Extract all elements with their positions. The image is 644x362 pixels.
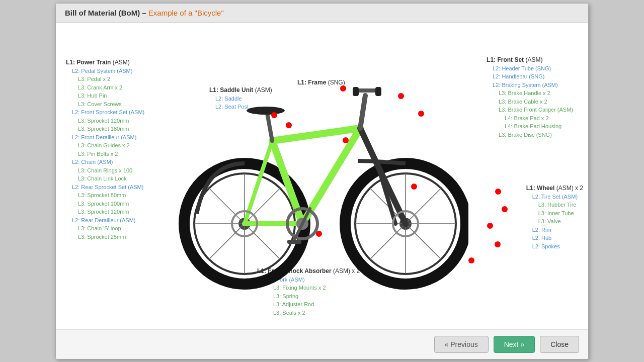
svg-line-10: [209, 224, 245, 259]
dot-saddle: [271, 112, 277, 118]
bom-l3-cover-screws: L3: Cover Screws: [66, 100, 144, 109]
bom-l3-pedal: L3: Pedal x 2: [66, 75, 144, 83]
bom-l2-spokes: L2: Spokes: [526, 242, 583, 251]
dot-wheel-lower: [487, 223, 493, 229]
dialog-title-black: Bill of Material (BoM) –: [65, 9, 148, 17]
bom-l1-power-train: L1: Power Train (ASM): [66, 58, 144, 67]
bom-l1-wheel: L1: Wheel (ASM) x 2: [526, 184, 583, 193]
bom-l3-sprocket-120: L3: Sprocket 120mm: [66, 117, 144, 125]
svg-line-24: [272, 141, 302, 224]
dot-frame-mid: [343, 137, 349, 143]
bom-container: L1: Power Train (ASM) L2: Pedal System (…: [61, 28, 583, 324]
dialog-body: L1: Power Train (ASM) L2: Pedal System (…: [56, 23, 588, 329]
bom-l2-rear-derailleur: L2: Rear Derailleur (ASM): [66, 216, 144, 225]
svg-point-35: [247, 107, 285, 115]
bom-l3-seals: L3: Seals x 2: [257, 309, 360, 317]
dot-wheel-hub: [502, 206, 508, 212]
svg-line-18: [406, 188, 441, 224]
next-button[interactable]: Next: [494, 336, 535, 353]
bom-l2-front-sprocket: L2: Front Sprocket Set (ASM): [66, 108, 144, 117]
bom-l3-brake-handle: L3: Brake Handle x 2: [487, 89, 573, 98]
bom-l2-handlebar: L2: Handlebar (SNG): [487, 72, 573, 81]
svg-line-21: [370, 224, 406, 259]
bom-l3-brake-front-caliper: L3: Brake Front Caliper (ASM): [487, 106, 573, 114]
bom-l3-valve: L3: Valve: [526, 217, 583, 226]
close-button[interactable]: Close: [540, 336, 579, 353]
bom-l3-sprocket-180: L3: Sprocket 180mm: [66, 125, 144, 133]
bom-l3-rubber-tire: L3: Rubber Tire: [526, 201, 583, 209]
svg-line-30: [360, 96, 365, 128]
bom-l2-header-tube: L2: Header Tube (SNG): [487, 64, 573, 73]
bom-l3-sprocket-25: L3: Sprocket 25mm: [66, 233, 144, 241]
bom-l4-brake-pad: L4: Brake Pad x 2: [487, 114, 573, 123]
bicycle-illustration: [167, 43, 468, 294]
bom-l1-front-set: L1: Front Set (ASM): [487, 55, 573, 64]
dot-seat-post: [286, 122, 292, 128]
previous-button[interactable]: Previous: [434, 336, 489, 353]
svg-line-19: [406, 224, 441, 259]
svg-rect-32: [353, 87, 359, 96]
bom-l2-rim: L2: Rim: [526, 226, 583, 234]
bom-front-set: L1: Front Set (ASM) L2: Header Tube (SNG…: [487, 55, 573, 139]
bom-l3-sprocket-80: L3: Sprocket 80mm: [66, 191, 144, 200]
svg-rect-33: [375, 87, 381, 96]
bom-l3-pin-bolts: L3: Pin Bolts x 2: [66, 150, 144, 158]
dot-wheel-mid: [495, 189, 501, 195]
dialog-header: Bill of Material (BoM) – Example of a "B…: [56, 4, 588, 23]
bom-l3-chain-link-lock: L3: Chain Link Lock: [66, 174, 144, 183]
bom-l3-inner-tube: L3: Inner Tube: [526, 209, 583, 218]
dot-wheel-bottom: [468, 257, 474, 263]
dialog: Bill of Material (BoM) – Example of a "B…: [55, 3, 589, 359]
dialog-title-green: Example of a "Bicycle": [148, 9, 224, 17]
bom-l2-front-derailleur: L2: Front Derailleur (ASM): [66, 133, 144, 142]
bom-wheel: L1: Wheel (ASM) x 2 L2: Tire Set (ASM) L…: [526, 184, 583, 251]
dot-brake-handle: [418, 111, 424, 117]
bom-l3-brake-disc: L3: Brake Disc (SNG): [487, 131, 573, 139]
svg-rect-40: [287, 240, 301, 244]
dot-brake-caliper: [411, 184, 417, 190]
bom-l3-adjuster-rod: L3: Adjuster Rod: [257, 300, 360, 309]
bom-l3-sprocket-100: L3: Sprocket 100mm: [66, 200, 144, 208]
svg-line-9: [209, 188, 245, 224]
bom-l3-chain-rings: L3: Chain Rings x 100: [66, 166, 144, 175]
bom-l2-braking-system: L2: Braking System (ASM): [487, 81, 573, 89]
bom-l2-tire-set: L2: Tire Set (ASM): [526, 193, 583, 201]
dot-handlebar: [398, 93, 404, 99]
bom-l3-brake-cable: L3: Brake Cable x 2: [487, 98, 573, 106]
bom-l2-pedal-system: L2: Pedal System (ASM): [66, 67, 144, 75]
bom-l3-hub-pin: L3: Hub Pin: [66, 92, 144, 100]
bom-l3-sprocket-120b: L3: Sprocket 120mm: [66, 208, 144, 216]
bom-l3-chain-s-loop: L3: Chain 'S' loop: [66, 224, 144, 233]
bom-l2-chain: L2: Chain (ASM): [66, 158, 144, 166]
bom-l4-brake-pad-housing: L4: Brake Pad Housing: [487, 122, 573, 131]
dialog-footer: Previous Next Close: [56, 329, 588, 359]
dot-frame-top: [340, 85, 346, 92]
bom-l3-crank-arm: L3: Crank Arm x 2: [66, 83, 144, 92]
svg-line-8: [245, 224, 280, 259]
dot-wheel-rim: [495, 241, 501, 247]
bom-l2-hub: L2: Hub: [526, 234, 583, 242]
bom-power-train: L1: Power Train (ASM) L2: Pedal System (…: [66, 58, 144, 241]
bom-l3-chain-guides: L3: Chain Guides x 2: [66, 141, 144, 150]
bom-l2-rear-sprocket: L2: Rear Sprocket Set (ASM): [66, 183, 144, 192]
dot-chain-ring: [316, 231, 322, 237]
